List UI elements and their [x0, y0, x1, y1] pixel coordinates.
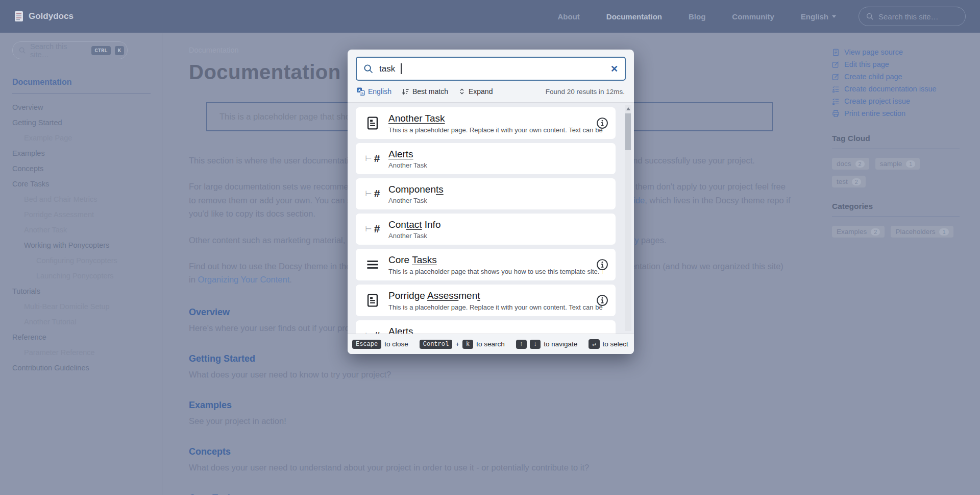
sidebar-item[interactable]: Parameter Reference	[12, 345, 151, 360]
sidebar-item[interactable]: Example Page	[12, 130, 151, 146]
sidebar-item[interactable]: Bed and Chair Metrics	[12, 192, 151, 207]
navbar-search-input[interactable]: Search this site…	[859, 7, 966, 26]
sidebar-item[interactable]: Multi-Bear Domicile Setup	[12, 299, 151, 314]
sidebar-item[interactable]: Core Tasks	[12, 176, 151, 192]
escape-key: Escape	[352, 340, 381, 349]
sidebar-item[interactable]: Another Tutorial	[12, 314, 151, 329]
sidebar-item[interactable]: Examples	[12, 146, 151, 161]
tree-branch-icon: ⊢	[365, 189, 372, 198]
brand[interactable]: Goldydocs	[14, 11, 74, 22]
search-result[interactable]: Porridge AssessmentThis is a placeholder…	[356, 285, 616, 316]
result-title[interactable]: Alerts	[388, 148, 427, 160]
tag-count: 2	[871, 228, 880, 235]
sidebar-item[interactable]: Working with Ponycopters	[12, 238, 151, 253]
hash-icon: #	[374, 152, 380, 164]
info-icon	[596, 294, 608, 307]
info-icon[interactable]	[596, 258, 608, 271]
results-stats: Found 20 results in 12ms.	[546, 88, 625, 96]
category-pill[interactable]: Examples2	[832, 226, 885, 238]
section-title-link[interactable]: Getting Started	[189, 353, 791, 364]
sidebar-item[interactable]: Reference	[12, 329, 151, 345]
sidebar-search-input[interactable]: Search this site… CTRL K	[12, 41, 128, 59]
tag-name: Placeholders	[895, 228, 935, 235]
sidebar-item[interactable]: Launching Ponycopters	[12, 268, 151, 284]
page-action-link[interactable]: Create documentation issue	[832, 83, 960, 95]
result-title[interactable]: Another Task	[388, 112, 603, 125]
issue-icon	[832, 85, 840, 93]
result-title[interactable]: Contact Info	[388, 218, 440, 231]
search-toolbar: A あ English Best match Expand Found 20	[348, 81, 634, 103]
page-action-link[interactable]: Create child page	[832, 70, 960, 83]
sidebar-item[interactable]: Configuring Ponycopters	[12, 253, 151, 268]
sidebar-section-title[interactable]: Documentation	[12, 78, 151, 93]
tag-pill[interactable]: docs2	[832, 158, 869, 170]
clear-search-button[interactable]: ✕	[610, 63, 618, 75]
scroll-up-arrow-icon[interactable]	[626, 107, 630, 110]
result-title[interactable]: Porridge Assessment	[388, 289, 603, 302]
language-dropdown[interactable]: English	[801, 12, 836, 21]
sidebar-item[interactable]: Overview	[12, 100, 151, 115]
page-action-link[interactable]: View page source	[832, 46, 960, 58]
ctrl-key-badge: CTRL	[91, 46, 110, 55]
sidebar-item[interactable]: Getting Started	[12, 115, 151, 130]
sidebar-item[interactable]: Contribution Guidelines	[12, 360, 151, 375]
sidebar-item[interactable]: Tutorials	[12, 284, 151, 299]
results-scrollbar[interactable]	[625, 105, 631, 331]
result-body: Core TasksThis is a placeholder page tha…	[388, 253, 603, 275]
title-text: Core	[388, 254, 412, 265]
result-title[interactable]: Core Tasks	[388, 253, 603, 266]
page-action-link[interactable]: Create project issue	[832, 95, 960, 107]
result-title[interactable]: Components	[388, 183, 444, 196]
section-title-link[interactable]: Examples	[189, 400, 791, 411]
info-icon[interactable]	[596, 294, 608, 307]
tag-count: 2	[855, 160, 865, 168]
search-result[interactable]: ⊢#Contact InfoAnother Task	[356, 214, 616, 245]
chevron-expand-icon	[458, 88, 465, 95]
category-pill[interactable]: Placeholders1	[891, 226, 953, 238]
sidebar-item[interactable]: Porridge Assessment	[12, 207, 151, 222]
search-result[interactable]: Core TasksThis is a placeholder page tha…	[356, 249, 616, 280]
page-action-link[interactable]: Edit this page	[832, 58, 960, 70]
search-result[interactable]: ⊢#ComponentsAnother Task	[356, 178, 616, 209]
inline-link[interactable]: Organizing Your Content	[198, 275, 289, 284]
tag-pill[interactable]: test2	[832, 176, 866, 187]
tag-count: 2	[852, 178, 861, 185]
scrollbar-thumb[interactable]	[625, 113, 631, 150]
page-action-link[interactable]: Print entire section	[832, 107, 960, 120]
nav-link-documentation[interactable]: Documentation	[606, 12, 662, 21]
issue-icon	[832, 98, 840, 105]
nav-link-community[interactable]: Community	[732, 12, 774, 21]
doc-result-icon	[366, 293, 379, 308]
nav-link-blog[interactable]: Blog	[689, 12, 705, 21]
sidebar-item[interactable]: Another Task	[12, 222, 151, 238]
matched-text: t	[477, 290, 480, 301]
result-body: AlertsAnother Task	[388, 325, 427, 334]
search-result[interactable]: Another TaskThis is a placeholder page. …	[356, 107, 616, 139]
navigate-hint: to navigate	[544, 340, 577, 348]
tree-branch-icon: ⊢	[365, 224, 372, 233]
section-title-link[interactable]: Core Tasks	[189, 493, 791, 495]
section-title-link[interactable]: Concepts	[189, 446, 791, 457]
hash-icon: #	[374, 329, 380, 334]
section-result-icon	[366, 257, 379, 272]
result-title[interactable]: Alerts	[388, 325, 427, 334]
expand-toggle[interactable]: Expand	[458, 87, 493, 96]
info-icon[interactable]	[596, 117, 608, 129]
search-input[interactable]: task ✕	[356, 57, 626, 81]
tag-pill[interactable]: sample1	[875, 158, 920, 170]
doc-result-icon	[366, 116, 379, 130]
nav-link-about[interactable]: About	[558, 12, 580, 21]
result-body: AlertsAnother Task	[388, 148, 427, 169]
sidebar-item[interactable]: Concepts	[12, 161, 151, 176]
sort-selector[interactable]: Best match	[402, 87, 448, 96]
tag-name: sample	[880, 160, 902, 168]
result-description: This is a placeholder page that shows yo…	[388, 268, 603, 275]
language-filter[interactable]: A あ English	[357, 87, 391, 96]
control-key: Control	[420, 340, 452, 349]
logo-icon	[14, 11, 23, 22]
section-entry: Getting StartedWhat does your user need …	[189, 353, 791, 380]
search-result[interactable]: ⊢#AlertsAnother Task	[356, 143, 616, 174]
matched-text: ts	[436, 184, 444, 195]
search-result[interactable]: ⊢#AlertsAnother Task	[356, 320, 616, 334]
title-text: Info	[422, 219, 440, 230]
